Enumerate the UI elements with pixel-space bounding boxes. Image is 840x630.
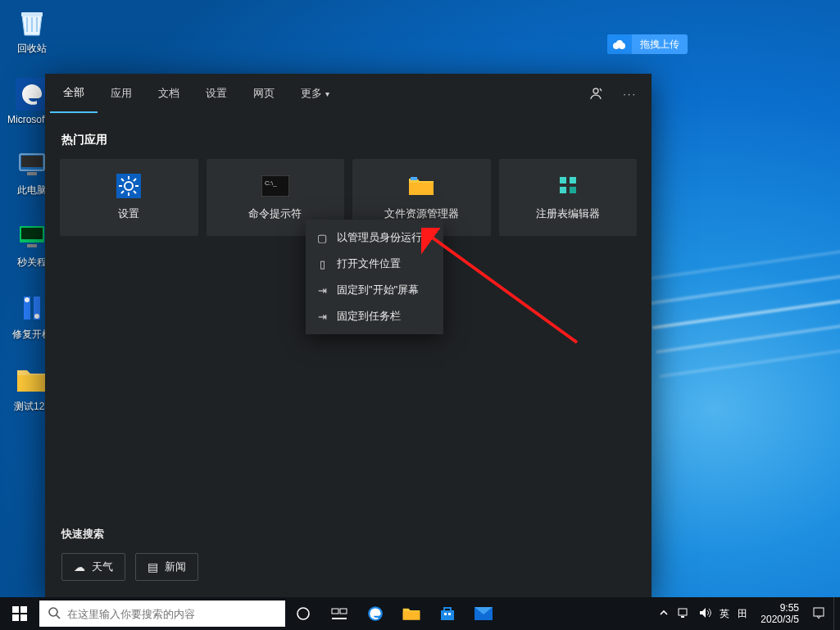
- ctx-pin-to-taskbar[interactable]: ⇥ 固定到任务栏: [306, 303, 443, 329]
- svg-rect-7: [27, 244, 37, 247]
- ctx-pin-to-start[interactable]: ⇥ 固定到"开始"屏幕: [306, 277, 443, 303]
- cloud-upload-icon: [607, 34, 632, 54]
- svg-rect-22: [560, 177, 566, 184]
- upload-pill-label: 拖拽上传: [632, 38, 688, 52]
- quick-search-label: 新闻: [165, 560, 186, 574]
- ctx-label: 固定到任务栏: [337, 309, 401, 324]
- volume-icon: [698, 607, 711, 619]
- notifications-icon: [812, 606, 825, 619]
- tray-time: 9:55: [780, 602, 799, 614]
- tray-clock[interactable]: 9:55 2020/3/5: [756, 602, 804, 626]
- store-icon: [439, 605, 456, 622]
- svg-rect-36: [332, 618, 347, 619]
- svg-rect-28: [20, 606, 27, 613]
- ime-lang-indicator[interactable]: 英: [720, 607, 729, 621]
- edge-icon: [366, 605, 384, 623]
- light-effect: [676, 229, 840, 393]
- cmd-icon: C:\_: [261, 174, 289, 198]
- search-tabs-row: 全部 应用 文档 设置 网页 更多▾ ···: [45, 74, 652, 113]
- svg-rect-23: [570, 177, 576, 184]
- tab-all[interactable]: 全部: [50, 74, 98, 113]
- tile-label: 设置: [118, 206, 139, 221]
- quick-search-weather[interactable]: ☁ 天气: [61, 553, 125, 581]
- tray-network-button[interactable]: [677, 607, 690, 621]
- quick-search-news[interactable]: ▤ 新闻: [135, 553, 198, 581]
- news-icon: ▤: [148, 560, 158, 573]
- tray-volume-button[interactable]: [698, 607, 711, 621]
- tab-web[interactable]: 网页: [240, 74, 288, 113]
- this-pc-icon: [15, 147, 49, 181]
- taskbar-app-edge[interactable]: [357, 597, 393, 630]
- taskbar-app-explorer[interactable]: [393, 597, 429, 630]
- start-button[interactable]: [0, 597, 39, 630]
- recycle-bin-icon: [15, 5, 49, 39]
- tab-settings[interactable]: 设置: [193, 74, 240, 113]
- test-folder-icon: [15, 363, 49, 397]
- pin-taskbar-icon: ⇥: [316, 310, 329, 323]
- svg-rect-6: [21, 228, 43, 239]
- tile-label: 注册表编辑器: [536, 206, 600, 221]
- upload-pill[interactable]: 拖拽上传: [607, 34, 688, 54]
- taskbar-app-store[interactable]: [429, 597, 465, 630]
- tab-apps[interactable]: 应用: [98, 74, 145, 113]
- repair-boot-icon: [15, 291, 49, 325]
- svg-rect-21: [411, 177, 417, 180]
- taskbar-app-mail[interactable]: [465, 597, 502, 630]
- desktop-icon-label: 此电脑: [17, 184, 47, 197]
- ellipsis-icon: ···: [623, 88, 637, 100]
- svg-rect-41: [448, 613, 451, 615]
- tile-settings[interactable]: 设置: [60, 159, 198, 236]
- taskbar-search-box[interactable]: [39, 601, 285, 627]
- tab-documents[interactable]: 文档: [145, 74, 193, 113]
- explorer-icon: [407, 174, 435, 198]
- desktop-icon-recycle-bin[interactable]: 回收站: [10, 5, 54, 56]
- svg-rect-39: [441, 610, 454, 620]
- tray-overflow-button[interactable]: [659, 608, 669, 620]
- svg-point-11: [34, 314, 39, 319]
- desktop-icon-label: 回收站: [17, 42, 47, 56]
- svg-rect-30: [20, 614, 27, 621]
- ime-mode-indicator[interactable]: 田: [738, 607, 747, 621]
- show-desktop-button[interactable]: [833, 597, 838, 630]
- svg-rect-45: [814, 608, 824, 616]
- mail-icon: [474, 607, 493, 620]
- cortana-button[interactable]: [285, 597, 321, 630]
- svg-rect-34: [332, 609, 338, 614]
- settings-icon: [115, 174, 143, 198]
- svg-point-10: [25, 297, 30, 302]
- folder-open-icon: ▯: [316, 258, 329, 270]
- chevron-up-icon: [659, 608, 669, 618]
- tab-more-label: 更多: [301, 86, 322, 101]
- cortana-icon: [296, 606, 311, 621]
- taskbar: 英 田 9:55 2020/3/5: [0, 597, 840, 630]
- shutdown-app-icon: [15, 219, 49, 253]
- svg-rect-25: [570, 187, 576, 193]
- edge-icon: [15, 77, 49, 111]
- feedback-button[interactable]: [579, 74, 613, 113]
- ctx-label: 打开文件位置: [337, 256, 401, 271]
- system-tray: 英 田 9:55 2020/3/5: [659, 597, 840, 630]
- options-button[interactable]: ···: [613, 74, 647, 113]
- svg-rect-24: [560, 187, 566, 193]
- ctx-label: 以管理员身份运行: [337, 230, 422, 245]
- tab-more[interactable]: 更多▾: [288, 74, 343, 113]
- admin-run-icon: ▢: [316, 232, 329, 244]
- quick-search-title: 快速搜索: [61, 527, 635, 542]
- search-input[interactable]: [67, 608, 277, 620]
- task-view-icon: [331, 607, 347, 620]
- search-panel: 全部 应用 文档 设置 网页 更多▾ ··· 热门应用 设置 C:\_ 命令提示…: [45, 74, 652, 597]
- svg-rect-4: [27, 172, 37, 175]
- ctx-run-as-admin[interactable]: ▢ 以管理员身份运行: [306, 224, 443, 251]
- svg-rect-29: [12, 614, 19, 621]
- network-icon: [677, 607, 690, 619]
- panel-footer: 快速搜索 ☁ 天气 ▤ 新闻: [45, 510, 652, 597]
- explorer-icon: [402, 606, 420, 621]
- tile-regedit[interactable]: 注册表编辑器: [499, 159, 638, 236]
- quick-search-label: 天气: [92, 560, 113, 574]
- section-hot-apps-title: 热门应用: [45, 113, 652, 159]
- task-view-button[interactable]: [321, 597, 357, 630]
- svg-rect-0: [21, 12, 43, 16]
- action-center-button[interactable]: [812, 606, 825, 622]
- ctx-open-file-location[interactable]: ▯ 打开文件位置: [306, 251, 443, 277]
- context-menu: ▢ 以管理员身份运行 ▯ 打开文件位置 ⇥ 固定到"开始"屏幕 ⇥ 固定到任务栏: [306, 220, 443, 334]
